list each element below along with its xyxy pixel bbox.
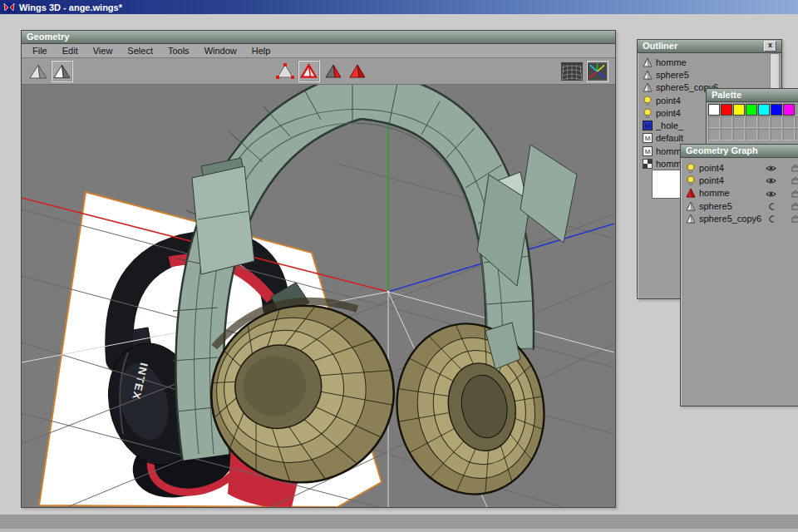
pyramid-icon xyxy=(643,82,653,92)
face-mode-button[interactable] xyxy=(322,60,344,82)
viewport-scene: INTEX xyxy=(22,85,615,507)
svg-text:M: M xyxy=(645,122,651,130)
lock-icon[interactable] xyxy=(791,202,798,212)
lock-icon[interactable] xyxy=(791,214,798,224)
palette-swatch-empty[interactable] xyxy=(771,129,782,140)
light-icon xyxy=(643,96,653,106)
palette-swatch[interactable] xyxy=(721,104,732,116)
vertex-mode-icon xyxy=(275,63,295,80)
flat-shading-button[interactable] xyxy=(51,60,73,82)
graph-item-point4[interactable]: point4 xyxy=(681,161,798,174)
pyramid-icon xyxy=(643,70,653,80)
geometry-graph-titlebar[interactable]: Geometry Graph xyxy=(681,145,798,158)
outliner-item-homme[interactable]: homme xyxy=(638,56,770,68)
texture-thumbnail[interactable] xyxy=(652,170,681,199)
graph-item-sphere5-copy6[interactable]: sphere5_copy6 xyxy=(681,212,798,224)
palette-swatch-empty[interactable] xyxy=(758,116,770,128)
material-icon: M xyxy=(643,121,653,131)
body-mode-button[interactable] xyxy=(346,60,368,82)
lock-icon[interactable] xyxy=(791,190,798,200)
palette-swatch-empty[interactable] xyxy=(758,129,770,140)
palette-swatch[interactable] xyxy=(708,104,720,116)
menu-view[interactable]: View xyxy=(91,46,115,56)
menu-edit[interactable]: Edit xyxy=(61,46,80,56)
palette-swatch[interactable] xyxy=(746,104,757,116)
palette-swatch-empty[interactable] xyxy=(721,129,732,140)
geometry-window: Geometry File Edit View Select Tools Win… xyxy=(21,30,616,508)
wireframe-icon xyxy=(561,62,583,81)
palette-swatch-empty[interactable] xyxy=(733,116,745,128)
palette-swatch-empty[interactable] xyxy=(733,129,745,140)
axes-toggle-button[interactable] xyxy=(586,60,608,82)
wireframe-toggle-button[interactable] xyxy=(560,60,583,82)
palette-swatch[interactable] xyxy=(771,104,782,116)
vertex-mode-button[interactable] xyxy=(273,60,296,82)
outliner-title: Outliner xyxy=(643,40,677,52)
flat-pyramid-icon xyxy=(52,63,71,80)
light-icon xyxy=(686,175,696,185)
material-icon: M xyxy=(643,146,653,156)
palette-grid xyxy=(707,102,798,140)
menu-help[interactable]: Help xyxy=(250,46,273,56)
svg-text:M: M xyxy=(645,135,651,142)
body-mode-icon xyxy=(347,63,367,80)
app-icon xyxy=(3,2,15,12)
light-icon xyxy=(643,108,653,118)
geometry-graph-window: Geometry Graph point4 point4 homme xyxy=(680,144,798,406)
geometry-graph-title: Geometry Graph xyxy=(686,145,758,157)
material-icon: M xyxy=(643,133,653,143)
visibility-closed-eye-icon[interactable] xyxy=(766,202,776,212)
palette-swatch-empty[interactable] xyxy=(746,116,757,128)
edge-mode-icon xyxy=(299,63,318,80)
outliner-titlebar[interactable]: Outliner x xyxy=(638,40,781,53)
pyramid-icon xyxy=(686,201,696,211)
image-icon xyxy=(643,159,653,169)
palette-swatch-empty[interactable] xyxy=(783,116,795,128)
palette-swatch-empty[interactable] xyxy=(771,116,782,128)
graph-item-homme[interactable]: homme xyxy=(681,187,798,200)
palette-titlebar[interactable]: Palette xyxy=(707,89,798,102)
toolbar xyxy=(22,58,615,85)
graph-item-point4-2[interactable]: point4 xyxy=(681,174,798,186)
lock-icon[interactable] xyxy=(791,164,798,174)
menu-file[interactable]: File xyxy=(31,46,49,56)
smooth-preview-button[interactable] xyxy=(27,60,49,82)
bottom-strip xyxy=(0,529,798,532)
palette-swatch-empty[interactable] xyxy=(783,129,795,140)
menubar: File Edit View Select Tools Window Help xyxy=(22,44,615,58)
origin-point xyxy=(387,290,389,293)
visibility-eye-icon[interactable] xyxy=(766,190,776,200)
viewport[interactable]: INTEX xyxy=(22,85,615,507)
visibility-eye-icon[interactable] xyxy=(766,164,776,174)
pyramid-icon xyxy=(643,57,653,67)
menu-select[interactable]: Select xyxy=(126,46,155,56)
palette-swatch[interactable] xyxy=(783,104,795,116)
svg-text:M: M xyxy=(645,148,651,155)
visibility-eye-icon[interactable] xyxy=(766,176,776,186)
face-mode-icon xyxy=(323,63,343,80)
info-bar xyxy=(0,514,798,530)
desktop: { "app": { "title": "Wings 3D - ange.win… xyxy=(0,0,798,532)
palette-swatch[interactable] xyxy=(733,104,745,116)
menu-window[interactable]: Window xyxy=(203,46,239,56)
close-icon[interactable]: x xyxy=(764,41,776,52)
lock-icon[interactable] xyxy=(791,176,798,186)
menu-tools[interactable]: Tools xyxy=(166,46,191,56)
axes-icon xyxy=(588,62,607,81)
geometry-graph-list: point4 point4 homme sphere5 xyxy=(681,161,798,224)
app-titlebar[interactable]: Wings 3D - ange.wings* xyxy=(0,0,798,14)
app-title: Wings 3D - ange.wings* xyxy=(19,2,122,12)
palette-swatch-empty[interactable] xyxy=(746,129,757,140)
visibility-closed-eye-icon[interactable] xyxy=(766,214,776,224)
light-icon xyxy=(686,163,696,173)
palette-swatch[interactable] xyxy=(758,104,770,116)
geometry-window-titlebar[interactable]: Geometry xyxy=(22,31,615,44)
outliner-item-sphere5[interactable]: sphere5 xyxy=(638,68,770,81)
palette-swatch-empty[interactable] xyxy=(708,116,720,128)
graph-item-sphere5[interactable]: sphere5 xyxy=(681,200,798,212)
palette-swatch-empty[interactable] xyxy=(721,116,732,128)
geometry-window-title: Geometry xyxy=(27,31,69,43)
edge-mode-button[interactable] xyxy=(298,60,320,82)
palette-swatch-empty[interactable] xyxy=(708,129,720,140)
selected-pyramid-icon xyxy=(686,188,696,198)
